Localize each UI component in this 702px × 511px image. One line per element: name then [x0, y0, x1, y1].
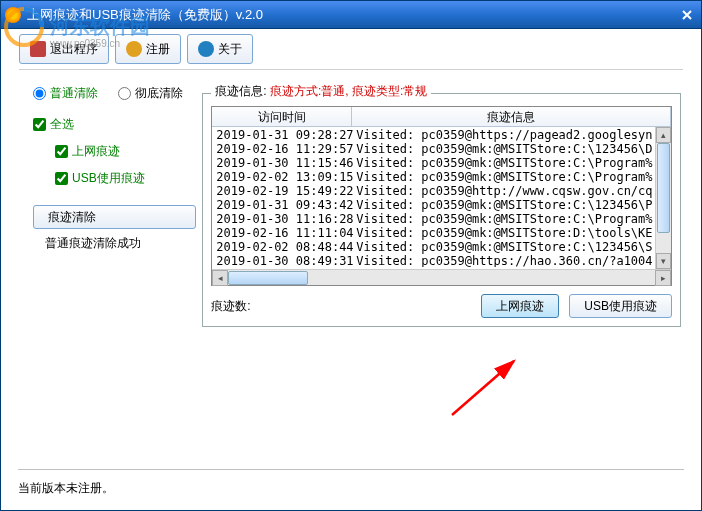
title-bar: 上网痕迹和USB痕迹清除（免费版）v.2.0: [1, 1, 701, 29]
table-row[interactable]: 2019-01-30 08:49:31Visited: pc0359@https…: [216, 254, 667, 267]
trace-count-label: 痕迹数:: [211, 298, 471, 315]
trace-tree: 全选 上网痕迹 USB使用痕迹: [21, 116, 196, 187]
footer: 当前版本未注册。: [0, 461, 702, 511]
trace-info-panel: 痕迹信息: 痕迹方式:普通, 痕迹类型:常规 访问时间 痕迹信息 2019-01…: [202, 85, 681, 327]
about-icon: [198, 41, 214, 57]
table-row[interactable]: 2019-02-16 11:11:04Visited: pc0359@mk:@M…: [216, 226, 667, 240]
table-row[interactable]: 2019-02-19 15:49:22Visited: pc0359@http:…: [216, 184, 667, 198]
register-label: 注册: [146, 41, 170, 58]
tree-web-traces[interactable]: 上网痕迹: [33, 143, 196, 160]
mode-radio-group: 普通清除 彻底清除: [21, 85, 196, 102]
table-row[interactable]: 2019-02-02 08:48:44Visited: pc0359@mk:@M…: [216, 240, 667, 254]
col-time[interactable]: 访问时间: [212, 107, 352, 126]
mode-normal-label: 普通清除: [50, 85, 98, 102]
table-row[interactable]: 2019-02-16 11:29:57Visited: pc0359@mk:@M…: [216, 142, 667, 156]
about-label: 关于: [218, 41, 242, 58]
about-button[interactable]: 关于: [187, 34, 253, 64]
trace-table: 访问时间 痕迹信息 2019-01-31 09:28:27Visited: pc…: [211, 106, 672, 286]
tree-usb-traces[interactable]: USB使用痕迹: [33, 170, 196, 187]
exit-icon: [30, 41, 46, 57]
table-row[interactable]: 2019-01-30 11:15:46Visited: pc0359@mk:@M…: [216, 156, 667, 170]
col-info[interactable]: 痕迹信息: [352, 107, 671, 126]
register-button[interactable]: 注册: [115, 34, 181, 64]
table-row[interactable]: 2019-01-30 11:16:28Visited: pc0359@mk:@M…: [216, 212, 667, 226]
web-traces-button[interactable]: 上网痕迹: [481, 294, 559, 318]
close-icon: [681, 9, 693, 21]
toolbar: 退出程序 注册 关于: [1, 29, 701, 69]
vertical-scrollbar[interactable]: ▴▾: [655, 127, 671, 269]
table-row[interactable]: 2019-01-31 09:43:42Visited: pc0359@mk:@M…: [216, 198, 667, 212]
usb-traces-button[interactable]: USB使用痕迹: [569, 294, 672, 318]
trace-info-legend: 痕迹信息: 痕迹方式:普通, 痕迹类型:常规: [211, 83, 431, 100]
exit-button[interactable]: 退出程序: [19, 34, 109, 64]
mode-normal-radio[interactable]: 普通清除: [33, 85, 98, 102]
table-row[interactable]: 2019-02-02 13:09:15Visited: pc0359@mk:@M…: [216, 170, 667, 184]
mode-deep-radio[interactable]: 彻底清除: [118, 85, 183, 102]
table-row[interactable]: 2019-01-31 09:28:27Visited: pc0359@https…: [216, 128, 667, 142]
app-icon: [5, 7, 21, 23]
horizontal-scrollbar[interactable]: ◂▸: [212, 269, 671, 285]
status-message: 普通痕迹清除成功: [33, 229, 196, 258]
clear-traces-button[interactable]: 痕迹清除: [33, 205, 196, 229]
close-button[interactable]: [677, 5, 697, 25]
mode-deep-label: 彻底清除: [135, 85, 183, 102]
table-header: 访问时间 痕迹信息: [212, 107, 671, 127]
tree-select-all[interactable]: 全选: [33, 116, 196, 133]
register-icon: [126, 41, 142, 57]
exit-label: 退出程序: [50, 41, 98, 58]
window-title: 上网痕迹和USB痕迹清除（免费版）v.2.0: [27, 6, 677, 24]
table-body[interactable]: 2019-01-31 09:28:27Visited: pc0359@https…: [212, 127, 671, 267]
footer-text: 当前版本未注册。: [18, 480, 684, 497]
